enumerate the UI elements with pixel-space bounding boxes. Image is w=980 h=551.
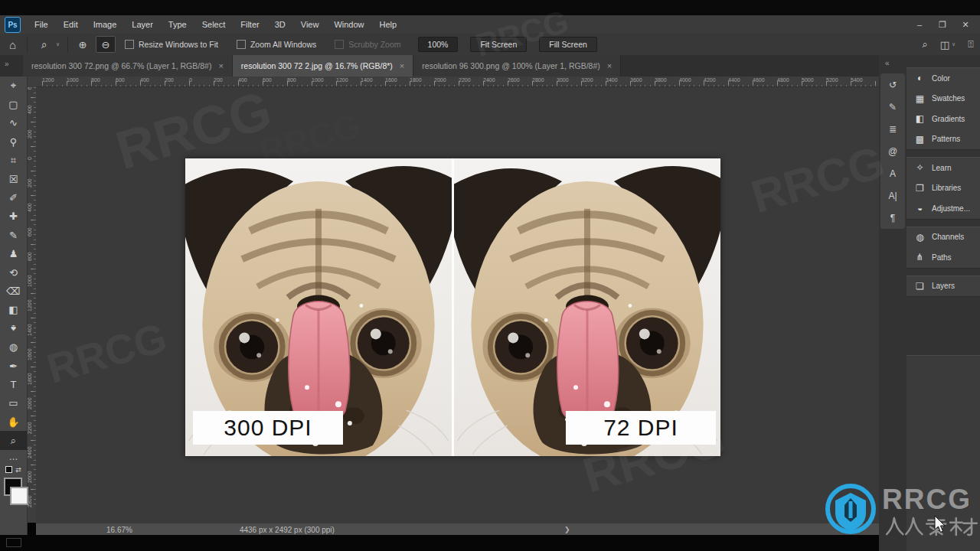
adjustments-panel-item[interactable]: ◒ Adjustme... (906, 198, 980, 219)
menu-item[interactable]: Layer (124, 15, 161, 34)
dodge-tool[interactable]: ◍ (0, 337, 27, 356)
zoom-out-button[interactable]: ⊖ (96, 36, 116, 53)
ruler-tick-label: 800 (287, 77, 312, 86)
eyedropper-tool[interactable]: ✐ (0, 188, 27, 207)
ruler-tick-label: 0 (189, 77, 214, 86)
menu-item[interactable]: View (293, 15, 327, 34)
pen-tool[interactable]: ✒ (0, 357, 27, 375)
hand-tool[interactable]: ✋ (0, 412, 27, 431)
tab-close-icon[interactable]: × (218, 61, 223, 70)
ruler-tick-label: 4600 (753, 77, 777, 86)
zoom-in-button[interactable]: ⊕ (73, 36, 93, 53)
menu-item[interactable]: Image (86, 15, 125, 34)
rectangle-tool[interactable]: ▭ (0, 394, 27, 412)
ruler-tick-label: 600 (263, 77, 287, 86)
glyphs-panel-icon[interactable]: A| (880, 184, 905, 207)
ruler-tick-label: 2000 (27, 391, 36, 416)
menu-item[interactable]: File (27, 15, 56, 34)
minimize-button[interactable]: – (908, 15, 931, 34)
menu-item[interactable]: Filter (233, 15, 266, 34)
fill-screen-button[interactable]: Fill Screen (539, 37, 597, 52)
history-brush-tool[interactable]: ⟲ (0, 263, 27, 282)
type-tool[interactable]: T (0, 375, 27, 393)
object-selection-tool[interactable]: ⚲ (0, 132, 27, 151)
edit-toolbar-button[interactable]: … (0, 450, 27, 464)
tab-close-icon[interactable]: × (400, 61, 404, 70)
ruler-tick-label: 2200 (27, 416, 36, 440)
frame-tool[interactable]: ☒ (0, 170, 27, 188)
layers-panel-item[interactable]: ❏ Layers (906, 276, 980, 297)
option-checkbox[interactable]: Scrubby Zoom (335, 40, 400, 49)
ruler-tick-label: 200 (27, 122, 36, 146)
paths-panel-item[interactable]: ⋔ Paths (906, 247, 980, 268)
tab-overflow-icon[interactable]: » (5, 60, 9, 68)
menu-item[interactable]: Help (372, 15, 405, 34)
document-tabs: resolution 300 72.png @ 66.7% (Layer 1, … (23, 55, 621, 77)
eraser-tool[interactable]: ⌫ (0, 282, 27, 300)
healing-brush-tool[interactable]: ✚ (0, 207, 27, 226)
search-icon[interactable]: ⌕ (922, 38, 927, 51)
paragraph-panel-icon[interactable]: ¶ (880, 207, 905, 229)
gradients-panel-item[interactable]: ◧ Gradients (906, 109, 980, 129)
default-colors-icon (5, 466, 12, 473)
zoom-100-button[interactable]: 100% (418, 37, 459, 52)
menu-item[interactable]: 3D (267, 15, 293, 34)
libraries-panel-item[interactable]: ❐ Libraries (906, 178, 980, 199)
character-panel-icon[interactable]: A (880, 162, 905, 184)
brush-settings-panel-icon[interactable]: ✎ (880, 96, 905, 118)
status-zoom-level[interactable]: 16.67% (106, 526, 132, 534)
menu-item[interactable]: Edit (56, 15, 86, 34)
color-panel-item[interactable]: ◐ Color (906, 68, 980, 89)
checkbox-box (335, 40, 344, 49)
swatches-panel-item[interactable]: ▦ Swatches (906, 89, 980, 109)
document-tab[interactable]: resolution 300 72.png @ 66.7% (Layer 1, … (23, 55, 233, 77)
ruler-tick-label: 2400 (483, 77, 508, 86)
ruler-tick-label: 5000 (802, 77, 826, 86)
history-panel-icon[interactable]: ↺ (880, 73, 905, 96)
menu-item[interactable]: Type (161, 15, 194, 34)
channels-panel-item[interactable]: ◍ Channels (906, 227, 980, 248)
zoom-tool[interactable]: ⌕ (0, 431, 27, 449)
move-tool[interactable]: ⌖ (0, 77, 27, 95)
home-icon[interactable]: ⌂ (0, 38, 24, 51)
ruler-tick-label: 400 (238, 77, 263, 86)
clone-stamp-tool[interactable]: ♟ (0, 245, 27, 263)
learn-panel-item[interactable]: ✧ Learn (906, 158, 980, 178)
menu-item[interactable]: Window (326, 15, 371, 34)
option-checkbox[interactable]: Resize Windows to Fit (125, 40, 218, 49)
open-document-image[interactable]: 300 DPI 72 DPI (185, 158, 720, 456)
menu-item[interactable]: Select (194, 15, 234, 34)
zoom-tool-preset[interactable]: ⌕ ∨ (31, 38, 64, 51)
rectangular-marquee-tool[interactable]: ▢ (0, 95, 27, 113)
crop-tool[interactable]: ⌗ (0, 152, 27, 170)
brush-tool[interactable]: ✎ (0, 226, 27, 244)
blur-tool[interactable]: ♠ (0, 319, 27, 337)
tool-icon: ∿ (9, 117, 18, 129)
tool-icon: ✒ (9, 360, 18, 372)
tab-label: resolution 96 300.png @ 100% (Layer 1, R… (422, 61, 599, 70)
status-chevron-icon[interactable]: ❯ (564, 526, 570, 533)
ruler-tick-label: 1400 (361, 77, 385, 86)
close-button[interactable]: ✕ (954, 15, 977, 34)
background-color-chip[interactable] (10, 487, 28, 505)
workspace-switcher[interactable]: ◫ ∨ (940, 39, 956, 51)
quick-mask-icon[interactable] (6, 538, 21, 547)
option-checkbox[interactable]: Zoom All Windows (237, 40, 316, 49)
restore-button[interactable]: ❐ (931, 15, 954, 34)
fit-screen-button[interactable]: Fit Screen (470, 37, 527, 52)
document-tab[interactable]: resolution 300 72 2.jpg @ 16.7% (RGB/8*)… (233, 55, 413, 77)
tab-close-icon[interactable]: × (607, 61, 612, 70)
divider (27, 37, 28, 52)
canvas-workspace[interactable]: RRCG 300 DPI 72 DPI (36, 87, 879, 523)
swap-colors-control[interactable]: ⇄ (0, 464, 27, 476)
tool-icon: ♟ (9, 248, 18, 259)
panel-item-icon: ◍ (914, 232, 926, 243)
tool-presets-panel-icon[interactable]: ≣ (880, 118, 905, 140)
patterns-panel-item[interactable]: ▩ Patterns (906, 129, 980, 150)
gradient-tool[interactable]: ◧ (0, 301, 27, 319)
comments-panel-icon[interactable]: @ (880, 140, 905, 162)
share-icon[interactable]: ⍐ (968, 38, 974, 51)
document-tab[interactable]: resolution 96 300.png @ 100% (Layer 1, R… (413, 55, 621, 77)
lasso-tool[interactable]: ∿ (0, 114, 27, 132)
collapse-panels-icon[interactable]: « (885, 59, 890, 67)
